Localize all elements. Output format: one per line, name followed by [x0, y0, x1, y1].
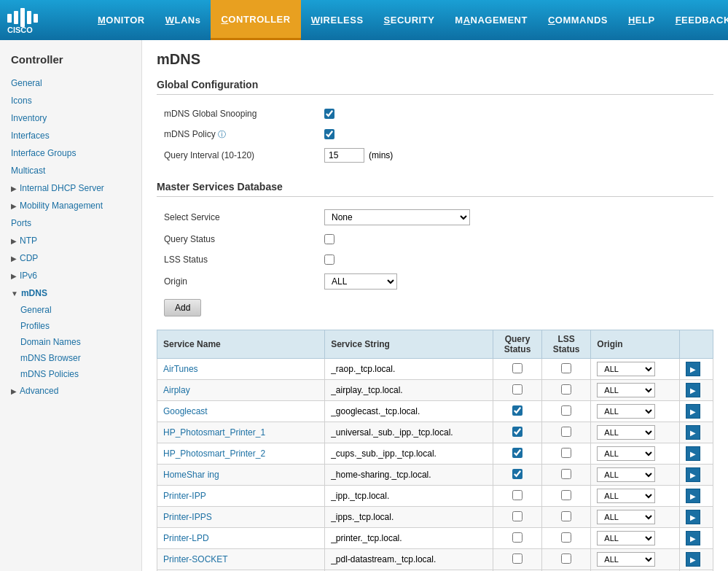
policy-checkbox[interactable] [324, 129, 334, 139]
row-action-button[interactable]: ▶ [686, 531, 700, 545]
row-query-status-checkbox[interactable] [512, 363, 522, 373]
row-query-status-checkbox[interactable] [512, 448, 522, 458]
row-lss-status-checkbox[interactable] [561, 511, 571, 521]
row-query-status-checkbox[interactable] [512, 469, 522, 479]
query-interval-unit: (mins) [369, 150, 393, 160]
select-service-control: None AirTunes Airplay Googlecast HP_Phot… [324, 209, 470, 225]
nav-commands[interactable]: COMMANDS [538, 0, 618, 40]
service-name-link[interactable]: HomeShar ing [163, 470, 219, 480]
nav-wlans[interactable]: WLANs [155, 0, 211, 40]
query-interval-input[interactable] [324, 148, 364, 163]
row-lss-status-checkbox[interactable] [561, 427, 571, 437]
nav-management[interactable]: MANAGEMENT [445, 0, 538, 40]
row-query-status-checkbox[interactable] [512, 384, 522, 395]
row-action-button[interactable]: ▶ [686, 489, 700, 503]
sidebar-sub-mdns-policies[interactable]: mDNS Policies [0, 366, 141, 382]
service-name-link[interactable]: Printer-LPD [163, 533, 209, 543]
row-origin-dropdown[interactable]: ALLLOCALREMOTE [597, 446, 655, 461]
snooping-checkbox[interactable] [324, 109, 334, 119]
row-origin-dropdown[interactable]: ALLLOCALREMOTE [597, 425, 655, 440]
sidebar-item-icons[interactable]: Icons [0, 92, 141, 109]
sidebar-item-mdns[interactable]: ▼ mDNS [0, 284, 141, 302]
service-table-wrapper: Service Name Service String QueryStatus … [157, 330, 713, 571]
row-origin-dropdown[interactable]: ALLLOCALREMOTE [597, 552, 655, 567]
sidebar-item-ipv6[interactable]: ▶ IPv6 [0, 267, 141, 284]
row-lss-status-checkbox[interactable] [561, 384, 571, 395]
row-origin-dropdown[interactable]: ALLLOCALREMOTE [597, 531, 655, 545]
row-action-button[interactable]: ▶ [686, 552, 700, 567]
sidebar-item-interfaces[interactable]: Interfaces [0, 127, 141, 144]
service-name-link[interactable]: Printer-IPP [163, 491, 206, 501]
sidebar-item-cdp[interactable]: ▶ CDP [0, 249, 141, 267]
sidebar-item-mobility[interactable]: ▶ Mobility Management [0, 197, 141, 214]
row-lss-status-checkbox[interactable] [561, 469, 571, 479]
row-origin-dropdown[interactable]: ALLLOCALREMOTE [597, 510, 655, 524]
row-action-button[interactable]: ▶ [686, 425, 700, 440]
row-query-status-checkbox[interactable] [512, 553, 522, 564]
service-name-link[interactable]: Printer-SOCKET [163, 554, 228, 564]
sidebar-item-internal-dhcp[interactable]: ▶ Internal DHCP Server [0, 179, 141, 197]
row-lss-status-checkbox[interactable] [561, 490, 571, 500]
nav-monitor[interactable]: MONITOR [87, 0, 155, 40]
row-action-button[interactable]: ▶ [686, 362, 700, 376]
sidebar-sub-mdns-browser[interactable]: mDNS Browser [0, 350, 141, 366]
query-status-cell [493, 443, 541, 465]
service-name-link[interactable]: Airplay [163, 385, 190, 395]
page-layout: Controller General Icons Inventory Inter… [0, 40, 728, 571]
row-lss-status-checkbox[interactable] [561, 553, 571, 564]
table-row: HP_Photosmart_Printer_2_cups._sub._ipp._… [157, 443, 713, 465]
policy-info-icon[interactable]: ⓘ [218, 130, 226, 139]
sidebar-sub-mdns-profiles[interactable]: Profiles [0, 318, 141, 334]
sidebar-sub-mdns-general[interactable]: General [0, 302, 141, 318]
row-origin-dropdown[interactable]: ALLLOCALREMOTE [597, 489, 655, 503]
collapse-icon: ▼ [11, 290, 18, 298]
sidebar-item-ports[interactable]: Ports [0, 214, 141, 232]
lss-status-checkbox[interactable] [324, 255, 334, 265]
row-query-status-checkbox[interactable] [512, 405, 522, 416]
service-name-link[interactable]: HP_Photosmart_Printer_1 [163, 427, 265, 438]
nav-controller[interactable]: CONTROLLER [211, 0, 300, 40]
service-name-link[interactable]: Googlecast [163, 406, 208, 416]
svg-rect-1 [14, 11, 18, 24]
row-origin-dropdown[interactable]: ALLLOCALREMOTE [597, 362, 655, 376]
nav-help[interactable]: HELP [618, 0, 665, 40]
nav-feedback[interactable]: FEEDBACK [665, 0, 728, 40]
row-origin-dropdown[interactable]: ALLLOCALREMOTE [597, 383, 655, 397]
sidebar-item-ntp[interactable]: ▶ NTP [0, 232, 141, 249]
sidebar-item-advanced[interactable]: ▶ Advanced [0, 382, 141, 400]
master-db-section: Master Services Database Select Service … [157, 181, 713, 571]
sidebar-sub-domain-names[interactable]: Domain Names [0, 334, 141, 350]
sidebar-item-multicast[interactable]: Multicast [0, 162, 141, 179]
row-lss-status-checkbox[interactable] [561, 448, 571, 458]
service-name-link[interactable]: Printer-IPPS [163, 512, 212, 522]
service-name-link[interactable]: HP_Photosmart_Printer_2 [163, 448, 265, 459]
service-name-link[interactable]: AirTunes [163, 364, 198, 374]
expand-icon: ▶ [11, 255, 17, 263]
add-button[interactable]: Add [164, 299, 201, 316]
nav-wireless[interactable]: WIRELESS [301, 0, 374, 40]
nav-security[interactable]: SECURITY [374, 0, 445, 40]
row-lss-status-checkbox[interactable] [561, 363, 571, 373]
top-navigation: CISCO MONITOR WLANs CONTROLLER WIRELESS … [0, 0, 728, 40]
sidebar-item-inventory[interactable]: Inventory [0, 109, 141, 127]
row-lss-status-checkbox[interactable] [561, 532, 571, 543]
row-query-status-checkbox[interactable] [512, 427, 522, 437]
select-service-dropdown[interactable]: None AirTunes Airplay Googlecast HP_Phot… [324, 209, 470, 225]
row-action-button[interactable]: ▶ [686, 446, 700, 461]
row-query-status-checkbox[interactable] [512, 511, 522, 521]
row-query-status-checkbox[interactable] [512, 490, 522, 500]
query-status-checkbox[interactable] [324, 234, 334, 244]
row-query-status-checkbox[interactable] [512, 532, 522, 543]
sidebar-item-general[interactable]: General [0, 74, 141, 92]
action-cell: ▶ [679, 422, 713, 443]
row-action-button[interactable]: ▶ [686, 467, 700, 482]
row-action-button[interactable]: ▶ [686, 510, 700, 524]
row-action-button[interactable]: ▶ [686, 383, 700, 397]
sidebar-item-interface-groups[interactable]: Interface Groups [0, 144, 141, 162]
row-origin-dropdown[interactable]: ALLLOCALREMOTE [597, 467, 655, 482]
row-action-button[interactable]: ▶ [686, 404, 700, 419]
query-interval-control: (mins) [324, 148, 393, 163]
origin-dropdown[interactable]: ALL LOCAL REMOTE [324, 273, 397, 290]
row-lss-status-checkbox[interactable] [561, 405, 571, 416]
row-origin-dropdown[interactable]: ALLLOCALREMOTE [597, 404, 655, 419]
